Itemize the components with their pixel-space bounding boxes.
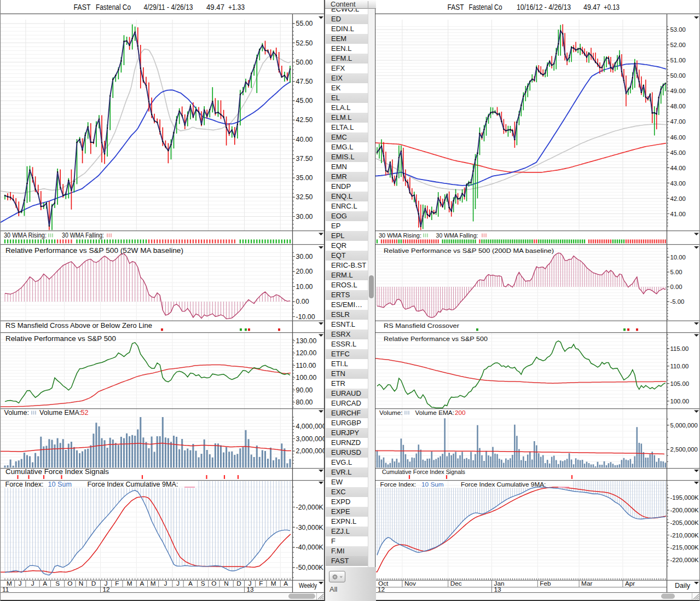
svg-text:-205,000K: -205,000K <box>670 519 699 526</box>
svg-text:Relative Performance vs S&P 50: Relative Performance vs S&P 500 (200D MA… <box>384 247 554 255</box>
svg-text:Dec: Dec <box>450 580 462 587</box>
svg-text:-195,000K: -195,000K <box>670 494 699 501</box>
svg-text:Mar: Mar <box>581 580 592 587</box>
svg-text:F: F <box>259 580 263 587</box>
svg-text:30.00: 30.00 <box>296 253 313 261</box>
svg-text:-20,000K: -20,000K <box>296 504 324 511</box>
svg-text:D: D <box>91 580 96 587</box>
svg-text:S: S <box>201 580 205 587</box>
svg-text:Cumulative Force Index Signals: Cumulative Force Index Signals <box>5 468 109 476</box>
svg-text:10 Sum: 10 Sum <box>48 481 72 488</box>
svg-text:-5.00: -5.00 <box>670 298 685 305</box>
svg-text:45.00: 45.00 <box>670 149 686 156</box>
svg-text:M: M <box>271 580 276 587</box>
svg-text:2,500,000: 2,500,000 <box>670 446 698 453</box>
svg-text:30 WMA Rising:: 30 WMA Rising: <box>379 232 421 239</box>
svg-text:Relative Performance vs S&P 50: Relative Performance vs S&P 500 <box>384 335 488 343</box>
svg-text:Fastenal Co: Fastenal Co <box>96 3 131 11</box>
svg-text:FAST: FAST <box>74 3 91 11</box>
svg-text:J: J <box>176 580 180 587</box>
svg-text:10 Sum: 10 Sum <box>421 481 444 488</box>
svg-text:44.00: 44.00 <box>670 165 686 171</box>
svg-text:105.00: 105.00 <box>670 380 690 387</box>
svg-text:110.00: 110.00 <box>670 363 689 369</box>
svg-text:Fastenal Co: Fastenal Co <box>469 3 502 11</box>
svg-text:80.00: 80.00 <box>296 398 313 406</box>
svg-text:-10.00: -10.00 <box>296 313 315 321</box>
svg-text:Volume EMA:: Volume EMA: <box>39 409 81 417</box>
svg-text:A: A <box>43 580 47 587</box>
svg-text:115.00: 115.00 <box>670 345 689 352</box>
svg-text:Volume:: Volume: <box>379 409 403 417</box>
svg-text:12: 12 <box>103 586 110 593</box>
svg-text:100.00: 100.00 <box>670 398 690 404</box>
svg-text:J: J <box>31 580 34 587</box>
svg-text:Relative Performance vs S&P 50: Relative Performance vs S&P 500 <box>5 335 116 343</box>
svg-text:Volume EMA:: Volume EMA: <box>415 409 454 417</box>
svg-text:-50,000K: -50,000K <box>296 564 324 571</box>
svg-text:130.00: 130.00 <box>296 337 317 345</box>
svg-text:RS Mansfield Crossover: RS Mansfield Crossover <box>384 322 459 330</box>
svg-text:90.00: 90.00 <box>296 386 313 394</box>
svg-text:+0.13: +0.13 <box>604 3 620 11</box>
svg-text:RS Mansfield Cross Above or Be: RS Mansfield Cross Above or Below Zero L… <box>5 322 152 330</box>
svg-text:5.00: 5.00 <box>670 269 682 275</box>
svg-text:51.00: 51.00 <box>670 57 686 63</box>
svg-text:J: J <box>19 580 22 587</box>
svg-text:10/16/12 - 4/26/13: 10/16/12 - 4/26/13 <box>517 3 571 11</box>
svg-text:-210,000K: -210,000K <box>670 532 699 539</box>
svg-text:30.00: 30.00 <box>296 213 313 221</box>
svg-text:4/29/11 - 4/26/13: 4/29/11 - 4/26/13 <box>144 3 193 11</box>
svg-text:Feb: Feb <box>540 580 551 587</box>
svg-text:120.00: 120.00 <box>296 349 317 357</box>
svg-text:A: A <box>284 580 288 587</box>
svg-text:30 WMA Falling:: 30 WMA Falling: <box>436 232 478 239</box>
svg-text:O: O <box>67 580 72 587</box>
svg-text:13: 13 <box>247 586 254 593</box>
svg-text:49.00: 49.00 <box>670 88 686 94</box>
svg-text:50.00: 50.00 <box>296 59 313 66</box>
svg-text:55.00: 55.00 <box>296 20 313 27</box>
svg-text:Relative Performance vs S&P 50: Relative Performance vs S&P 500 (52W MA … <box>5 247 183 255</box>
svg-text:-215,000K: -215,000K <box>670 544 699 551</box>
svg-text:2,000,000: 2,000,000 <box>296 447 326 455</box>
svg-text:42.00: 42.00 <box>670 195 686 202</box>
svg-text:O: O <box>211 580 216 587</box>
svg-text:F: F <box>115 580 119 587</box>
svg-text:0.00: 0.00 <box>670 284 682 290</box>
svg-text:Cumulative Force Index Signals: Cumulative Force Index Signals <box>382 468 465 476</box>
svg-text:30 WMA Falling:: 30 WMA Falling: <box>62 232 104 239</box>
svg-text:-220,000K: -220,000K <box>670 557 699 563</box>
svg-text:100.00: 100.00 <box>296 374 317 382</box>
svg-text:200: 200 <box>455 409 466 417</box>
svg-text:13: 13 <box>494 586 502 593</box>
svg-text:0.00: 0.00 <box>296 298 309 305</box>
svg-text:J: J <box>164 580 167 587</box>
svg-text:50.00: 50.00 <box>670 72 686 79</box>
svg-text:D: D <box>236 580 241 587</box>
svg-text:52.00: 52.00 <box>670 42 686 48</box>
svg-text:20.00: 20.00 <box>296 268 313 275</box>
svg-text:48.00: 48.00 <box>670 103 686 109</box>
svg-text:Weekly: Weekly <box>299 582 317 590</box>
svg-text:12: 12 <box>378 586 385 593</box>
svg-text:+1.33: +1.33 <box>228 3 245 11</box>
svg-text:-200,000K: -200,000K <box>670 507 699 513</box>
svg-text:Volume:: Volume: <box>4 409 30 417</box>
svg-text:4,000,000: 4,000,000 <box>296 423 326 430</box>
svg-text:41.00: 41.00 <box>670 211 686 217</box>
svg-text:49.47: 49.47 <box>583 3 600 11</box>
svg-text:3,000,000: 3,000,000 <box>296 435 326 443</box>
svg-text:-40,000K: -40,000K <box>296 544 324 551</box>
svg-text:37.50: 37.50 <box>296 155 313 163</box>
svg-text:M: M <box>127 580 132 587</box>
svg-text:Apr: Apr <box>625 580 635 587</box>
svg-text:S: S <box>55 580 60 587</box>
svg-text:10.00: 10.00 <box>296 283 313 291</box>
svg-text:47.00: 47.00 <box>670 118 686 125</box>
svg-text:43.00: 43.00 <box>670 180 686 187</box>
svg-text:49.47: 49.47 <box>206 3 224 11</box>
svg-text:A: A <box>140 580 144 587</box>
svg-text:Nov: Nov <box>404 580 416 587</box>
svg-text:FAST: FAST <box>448 3 464 11</box>
